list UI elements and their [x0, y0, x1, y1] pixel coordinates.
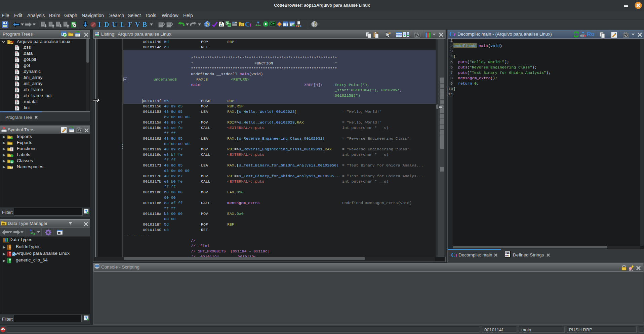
- svg-text:C: C: [11, 160, 13, 163]
- svg-text:DT: DT: [240, 23, 243, 26]
- svg-text:0101: 0101: [506, 252, 511, 254]
- svg-text:DT: DT: [2, 223, 5, 225]
- svg-text:01: 01: [220, 24, 223, 27]
- svg-text:DAT: DAT: [506, 254, 510, 257]
